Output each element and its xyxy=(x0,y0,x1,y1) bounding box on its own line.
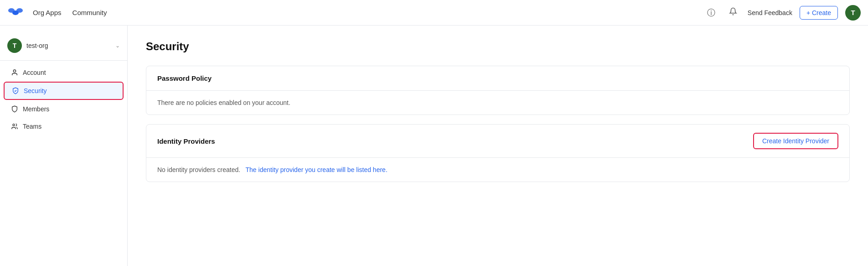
svg-point-2 xyxy=(16,8,23,13)
main-content: Security Password Policy There are no po… xyxy=(128,26,868,266)
svg-point-3 xyxy=(13,70,16,72)
sidebar-item-members[interactable]: Members xyxy=(4,101,124,117)
sidebar-item-account-label: Account xyxy=(23,69,46,76)
password-policy-text: There are no policies enabled on your ac… xyxy=(157,99,838,106)
identity-providers-header: Identity Providers Create Identity Provi… xyxy=(146,125,849,158)
teams-icon xyxy=(11,123,18,130)
notifications-button[interactable] xyxy=(726,5,740,20)
create-button[interactable]: + Create xyxy=(800,6,838,20)
identity-providers-text-before: No identity providers created. xyxy=(157,166,240,173)
sidebar-item-security[interactable]: Security xyxy=(4,82,124,100)
identity-providers-title: Identity Providers xyxy=(157,137,215,145)
password-policy-title: Password Policy xyxy=(157,74,212,82)
app-logo[interactable] xyxy=(7,5,24,21)
org-name: test-org xyxy=(26,42,111,49)
svg-point-4 xyxy=(13,124,15,126)
help-button[interactable]: ⓘ xyxy=(704,5,718,20)
sidebar: T test-org ⌄ Account Security xyxy=(0,26,128,266)
page-title: Security xyxy=(146,40,850,53)
sidebar-item-teams[interactable]: Teams xyxy=(4,118,124,135)
identity-providers-card: Identity Providers Create Identity Provi… xyxy=(146,124,850,182)
sidebar-item-members-label: Members xyxy=(23,105,49,113)
send-feedback-text[interactable]: Send Feedback xyxy=(748,9,792,16)
members-icon xyxy=(11,105,18,113)
user-avatar[interactable]: T xyxy=(845,5,861,21)
sidebar-item-security-label: Security xyxy=(24,87,47,94)
community-link[interactable]: Community xyxy=(67,9,113,16)
password-policy-header: Password Policy xyxy=(146,66,849,91)
org-selector[interactable]: T test-org ⌄ xyxy=(0,35,127,60)
password-policy-card: Password Policy There are no policies en… xyxy=(146,66,850,115)
topnav-right: ⓘ Send Feedback + Create T xyxy=(704,5,861,21)
password-policy-body: There are no policies enabled on your ac… xyxy=(146,91,849,115)
shield-icon xyxy=(12,87,19,94)
identity-providers-text-link[interactable]: The identity provider you create will be… xyxy=(246,166,388,173)
person-icon xyxy=(11,69,18,76)
identity-providers-text: No identity providers created. The ident… xyxy=(157,166,838,173)
sidebar-item-teams-label: Teams xyxy=(23,123,41,130)
help-icon: ⓘ xyxy=(707,7,715,18)
identity-providers-body: No identity providers created. The ident… xyxy=(146,158,849,182)
sidebar-item-account[interactable]: Account xyxy=(4,64,124,81)
create-identity-provider-button[interactable]: Create Identity Provider xyxy=(753,133,838,149)
org-apps-link[interactable]: Org Apps xyxy=(27,9,67,16)
bell-icon xyxy=(729,7,737,18)
top-nav: Org Apps Community ⓘ Send Feedback + Cre… xyxy=(0,0,868,26)
org-avatar: T xyxy=(7,38,22,53)
sidebar-divider xyxy=(0,60,127,61)
chevron-down-icon: ⌄ xyxy=(115,42,120,49)
page-layout: T test-org ⌄ Account Security xyxy=(0,26,868,266)
